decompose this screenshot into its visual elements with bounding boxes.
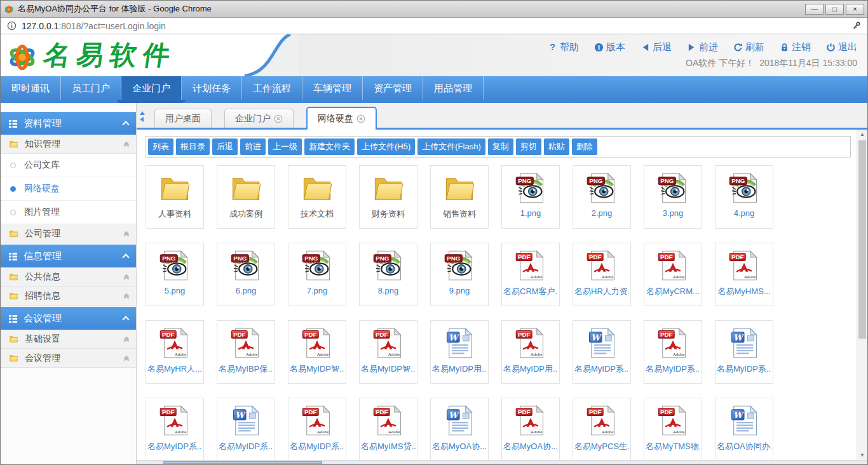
toolbar-button[interactable]: 上传文件(H5): [357, 138, 415, 155]
file-card[interactable]: 名易MyCRM...: [644, 243, 702, 306]
vertical-scrollbar-thumb[interactable]: [858, 140, 866, 339]
toolbar-button[interactable]: 删除: [572, 138, 597, 155]
maximize-button[interactable]: □: [825, 4, 844, 15]
file-card[interactable]: 名易MyOA协...: [501, 398, 560, 460]
file-card[interactable]: 名易MyIDP系...: [644, 320, 702, 384]
quick-link[interactable]: 注销: [780, 41, 811, 53]
file-card[interactable]: 名易MyHMS...: [715, 243, 773, 306]
content-tab[interactable]: 企业门户: [224, 109, 294, 128]
file-card[interactable]: 6.png: [217, 243, 275, 306]
file-card[interactable]: 名易MyIDP系...: [217, 398, 275, 460]
file-card[interactable]: 人事资料: [146, 165, 204, 229]
file-card[interactable]: 名易MyIDP用...: [501, 320, 560, 384]
file-card[interactable]: 名易CRM客户...: [501, 243, 560, 306]
tab-close-icon[interactable]: [356, 114, 365, 123]
nav-item[interactable]: 工作流程: [242, 76, 302, 100]
file-card[interactable]: 名易HR人力资...: [573, 243, 631, 306]
quick-link[interactable]: 退出: [826, 41, 857, 53]
sidebar-group[interactable]: 招聘信息: [1, 286, 136, 306]
toolbar-button[interactable]: 上传文件(Flash): [417, 138, 485, 155]
content-tab[interactable]: 网络硬盘: [306, 107, 377, 130]
browser-window: 名易MyOA协同办公平台 for 体验版 - Google Chrome — □…: [0, 0, 868, 465]
nav-item[interactable]: 车辆管理: [302, 76, 363, 100]
file-card[interactable]: 成功案例: [217, 165, 275, 229]
nav-item[interactable]: 员工门户: [61, 76, 121, 100]
sidebar-group[interactable]: 公司管理: [1, 224, 136, 243]
nav-item[interactable]: 资产管理: [363, 76, 423, 100]
sidebar-item[interactable]: 图片管理: [1, 201, 136, 224]
file-card[interactable]: 名易OA协同办...: [715, 398, 773, 460]
toolbar-button[interactable]: 粘贴: [544, 138, 569, 155]
file-card[interactable]: 名易MyHR人...: [146, 320, 204, 384]
file-card[interactable]: 技术文档: [288, 165, 346, 229]
file-card[interactable]: 名易MyTMS物...: [644, 398, 702, 460]
file-card[interactable]: 2.png: [573, 165, 631, 229]
file-card[interactable]: 销售资料: [430, 165, 489, 229]
url-text[interactable]: 127.0.0.1:8018/?act=userLogin.login: [22, 21, 166, 31]
swoosh-decoration: [229, 34, 299, 76]
vertical-scrollbar[interactable]: ▲ ▼: [857, 130, 867, 460]
header-right: 帮助 版本 后退 前进: [299, 34, 867, 76]
sidebar-section-header[interactable]: 会议管理: [1, 307, 136, 330]
file-card[interactable]: 7.png: [288, 243, 346, 306]
file-card[interactable]: 财务资料: [359, 165, 417, 229]
collapse-left-arrow-icon[interactable]: [140, 117, 144, 122]
page-info-icon[interactable]: [7, 21, 17, 30]
content-tab[interactable]: 用户桌面: [154, 109, 212, 128]
nav-item[interactable]: 计划任务: [182, 76, 242, 100]
toolbar-button[interactable]: 根目录: [176, 138, 210, 155]
file-card[interactable]: 名易MyOA协...: [430, 398, 489, 460]
key-icon[interactable]: [851, 21, 861, 30]
collapse-up-arrow-icon[interactable]: [140, 111, 145, 115]
file-card[interactable]: 名易MyIMS贷...: [359, 398, 417, 460]
file-card[interactable]: 8.png: [359, 243, 417, 306]
scroll-down-arrow-icon[interactable]: ▼: [857, 450, 867, 460]
toolbar-button[interactable]: 前进: [240, 138, 266, 155]
address-bar[interactable]: 127.0.0.1:8018/?act=userLogin.login: [1, 18, 867, 34]
quick-link[interactable]: 版本: [594, 41, 625, 53]
nav-item[interactable]: 企业门户: [121, 76, 182, 100]
file-card[interactable]: 1.png: [501, 165, 560, 229]
file-card[interactable]: 名易MyIDP系...: [146, 398, 204, 460]
scroll-up-arrow-icon[interactable]: ▲: [857, 130, 867, 139]
file-card[interactable]: 名易MyIBP保...: [217, 320, 275, 384]
file-card[interactable]: 名易MyIDP系...: [573, 320, 631, 384]
file-card[interactable]: 5.png: [146, 243, 204, 306]
nav-item[interactable]: 用品管理: [423, 76, 484, 100]
quick-link[interactable]: 后退: [641, 41, 672, 53]
toolbar-button[interactable]: 新建文件夹: [304, 138, 355, 155]
sidebar-group[interactable]: 公共信息: [1, 267, 136, 286]
file-card[interactable]: 名易MyIDP系...: [715, 320, 773, 384]
sidebar-section-header[interactable]: 资料管理: [1, 112, 136, 135]
quick-link[interactable]: 帮助: [548, 41, 579, 53]
sidebar-group[interactable]: 知识管理: [1, 135, 136, 154]
sidebar-group[interactable]: 基础设置: [1, 330, 136, 349]
minimize-button[interactable]: —: [805, 4, 824, 15]
tab-close-icon[interactable]: [274, 114, 283, 123]
horizontal-scrollbar[interactable]: [137, 460, 867, 464]
sidebar-section-header[interactable]: 信息管理: [1, 245, 136, 267]
sidebar-item[interactable]: 公司文库: [1, 154, 136, 177]
file-name: 销售资料: [443, 208, 476, 220]
sidebar-group[interactable]: 会议管理: [1, 349, 136, 368]
toolbar-button[interactable]: 剪切: [516, 138, 541, 155]
file-card[interactable]: 9.png: [430, 243, 489, 306]
quick-link[interactable]: 前进: [687, 41, 718, 53]
toolbar-button[interactable]: 上一级: [268, 138, 302, 155]
nav-item[interactable]: 即时通讯: [1, 76, 61, 100]
toolbar-button[interactable]: 后退: [212, 138, 238, 155]
file-card[interactable]: 名易MyIDP系...: [288, 398, 346, 460]
file-card[interactable]: 名易MyIDP用...: [430, 320, 489, 384]
close-button[interactable]: ×: [846, 4, 864, 15]
file-card[interactable]: 4.png: [715, 165, 773, 229]
sidebar-item[interactable]: 网络硬盘: [1, 177, 136, 201]
quick-link[interactable]: 刷新: [733, 41, 764, 53]
file-card[interactable]: 名易MyPCS生...: [573, 398, 631, 460]
file-card[interactable]: 3.png: [644, 165, 702, 229]
toolbar-button[interactable]: 复制: [488, 138, 513, 155]
toolbar-button[interactable]: 列表: [148, 138, 173, 155]
horizontal-scrollbar-thumb[interactable]: [163, 461, 322, 464]
file-card[interactable]: 名易MyIDP智...: [288, 320, 346, 384]
file-card[interactable]: 名易MyIDP智...: [359, 320, 417, 384]
file-name: 名易MyIDP系...: [574, 363, 629, 375]
